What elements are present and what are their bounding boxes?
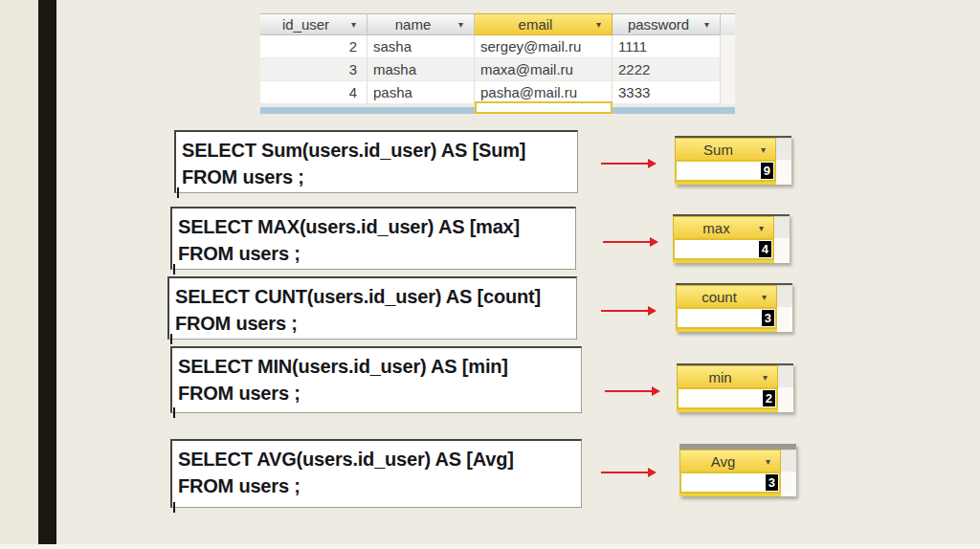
result-datasheet-count: count ▾ 3 (676, 283, 792, 332)
sql-text-line: FROM users ; (175, 310, 568, 337)
table-row: 2 sasha sergey@mail.ru 1111 (260, 35, 735, 58)
horizontal-scrollbar[interactable] (612, 107, 735, 114)
row-stub (721, 35, 735, 58)
column-header-id-user[interactable]: id_user ▾ (260, 13, 368, 35)
table-header-row: id_user ▾ name ▾ email ▾ password ▾ (260, 13, 735, 35)
table-cell[interactable]: sasha (368, 35, 475, 58)
column-header-email[interactable]: email ▾ (475, 13, 612, 35)
sql-query-max[interactable]: SELECT MAX(users.id_user) AS [max] FROM … (170, 207, 576, 270)
text-caret (173, 407, 175, 418)
filter-dropdown-icon[interactable]: ▾ (704, 19, 720, 30)
table-cell[interactable]: 1111 (612, 35, 721, 58)
result-datasheet-min: min ▾ 2 (677, 363, 793, 412)
cell-bottom-edge (673, 260, 774, 263)
table-cell[interactable]: 2 (260, 35, 368, 58)
result-value-cell[interactable]: 2 (677, 387, 778, 409)
row-stub (721, 58, 735, 81)
result-column-header[interactable]: Sum ▾ (675, 138, 776, 160)
arrow-right-icon (603, 241, 651, 243)
filter-dropdown-icon[interactable]: ▾ (596, 19, 612, 30)
cell-bottom-edge (679, 494, 781, 496)
result-value-cell[interactable]: 3 (676, 307, 777, 329)
result-datasheet-max: max ▾ 4 (673, 214, 790, 263)
text-caret (173, 264, 175, 274)
table-cell[interactable]: 4 (260, 81, 368, 104)
sql-query-avg[interactable]: SELECT AVG(users.id_user) AS [Avg] FROM … (170, 439, 582, 508)
left-accent-bar (38, 0, 56, 549)
column-label: id_user (260, 16, 351, 33)
selected-result-value: 4 (759, 241, 771, 257)
selected-result-value: 3 (762, 310, 774, 326)
result-datasheet-sum: Sum ▾ 9 (675, 136, 791, 185)
table-bottom-row (260, 104, 735, 114)
result-column-label: min (678, 369, 763, 385)
datasheet-stub (777, 285, 792, 332)
filter-dropdown-icon[interactable]: ▾ (458, 19, 474, 30)
filter-dropdown-icon[interactable]: ▾ (761, 144, 775, 155)
left-margin-strip (0, 0, 38, 549)
text-caret (170, 334, 172, 344)
selected-result-value: 9 (761, 163, 773, 179)
column-label: name (368, 16, 458, 33)
cell-bottom-edge (675, 182, 776, 185)
filter-dropdown-icon[interactable]: ▾ (762, 292, 776, 302)
sql-query-sum[interactable]: SELECT Sum(users.id_user) AS [Sum] FROM … (174, 130, 578, 193)
slide-canvas: id_user ▾ name ▾ email ▾ password ▾ 2 sa… (0, 0, 980, 549)
result-column-header[interactable]: max ▾ (673, 216, 774, 238)
bottom-edge-strip (0, 544, 980, 549)
filter-dropdown-icon[interactable]: ▾ (351, 19, 367, 30)
sql-query-min[interactable]: SELECT MIN(users.id_user) AS [min] FROM … (170, 346, 582, 413)
sql-text-line: SELECT CUNT(users.id_user) AS [count] (175, 283, 568, 310)
datasheet-stub (781, 450, 796, 496)
users-table: id_user ▾ name ▾ email ▾ password ▾ 2 sa… (260, 13, 735, 114)
datasheet-stub (774, 216, 790, 263)
sql-text-line: SELECT Sum(users.id_user) AS [Sum] (182, 137, 569, 164)
text-caret (177, 187, 179, 198)
column-label: password (612, 16, 704, 33)
sql-text-line: FROM users ; (178, 472, 573, 499)
result-column-header[interactable]: count ▾ (676, 285, 777, 307)
filter-dropdown-icon[interactable]: ▾ (766, 456, 780, 467)
table-cell[interactable]: maxa@mail.ru (475, 58, 612, 81)
column-label: email (475, 16, 596, 33)
table-row: 3 masha maxa@mail.ru 2222 (260, 58, 735, 81)
header-stub (721, 13, 735, 35)
result-value-cell[interactable]: 9 (675, 160, 776, 182)
active-new-record-cell[interactable] (475, 101, 612, 114)
column-header-name[interactable]: name ▾ (368, 13, 475, 35)
table-cell[interactable]: pasha (368, 81, 475, 104)
result-column-label: Avg (680, 453, 766, 470)
table-cell[interactable]: 3333 (612, 81, 721, 104)
result-column-label: max (674, 220, 759, 236)
row-stub (721, 81, 735, 104)
result-value-cell[interactable]: 3 (679, 472, 781, 494)
sql-query-count[interactable]: SELECT CUNT(users.id_user) AS [count] FR… (167, 276, 577, 340)
datasheet-stub (778, 365, 793, 412)
sql-text-line: FROM users ; (178, 240, 568, 267)
arrow-right-icon (601, 163, 649, 165)
table-cell[interactable]: 3 (260, 58, 368, 81)
result-value-cell[interactable]: 4 (673, 238, 774, 260)
sql-text-line: FROM users ; (178, 380, 573, 406)
cell-bottom-edge (677, 409, 778, 412)
sql-text-line: SELECT MAX(users.id_user) AS [max] (178, 213, 568, 240)
table-cell[interactable]: sergey@mail.ru (475, 35, 612, 58)
cell-bottom-edge (676, 329, 777, 332)
table-cell[interactable]: 2222 (612, 58, 721, 81)
sql-text-line: SELECT MIN(users.id_user) AS [min] (178, 353, 573, 380)
selected-result-value: 3 (766, 474, 778, 491)
result-column-header[interactable]: min ▾ (677, 365, 778, 387)
column-header-password[interactable]: password ▾ (612, 13, 721, 35)
text-caret (173, 502, 175, 513)
sql-text-line: FROM users ; (182, 164, 569, 190)
arrow-right-icon (601, 472, 649, 473)
datasheet-stub (776, 138, 791, 185)
filter-dropdown-icon[interactable]: ▾ (763, 372, 777, 383)
arrow-right-icon (601, 310, 649, 312)
arrow-right-icon (605, 390, 653, 392)
filter-dropdown-icon[interactable]: ▾ (759, 223, 773, 233)
sql-text-line: SELECT AVG(users.id_user) AS [Avg] (178, 446, 573, 472)
result-column-header[interactable]: Avg ▾ (679, 450, 781, 472)
horizontal-scrollbar[interactable] (260, 107, 475, 114)
table-cell[interactable]: masha (368, 58, 475, 81)
